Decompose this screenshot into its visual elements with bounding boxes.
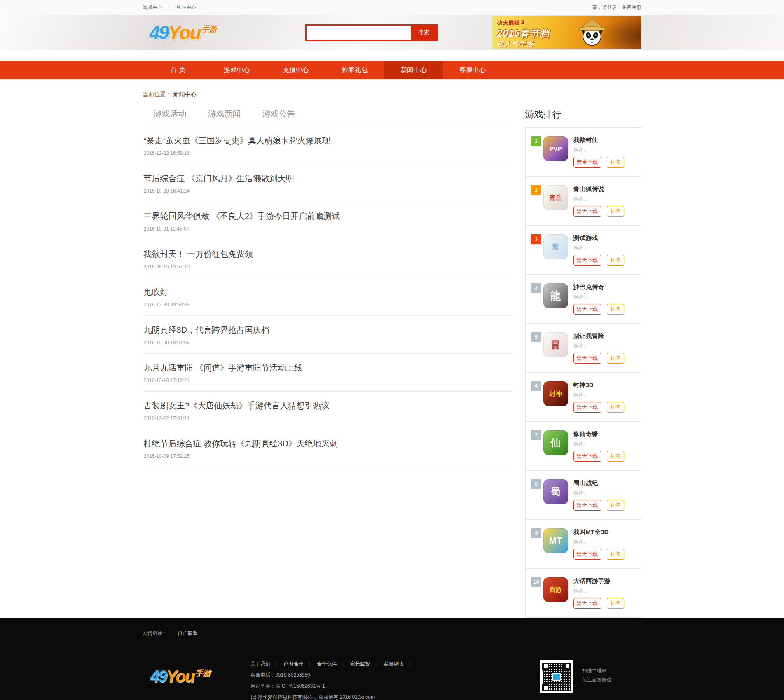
gift-button[interactable]: 礼包 (607, 206, 624, 217)
game-icon[interactable]: 封神 (543, 381, 568, 406)
gift-button[interactable]: 礼包 (607, 402, 624, 413)
game-icon[interactable]: PVP (543, 136, 568, 161)
news-title[interactable]: 九月九话重阳 《问道》手游重阳节活动上线 (144, 362, 512, 373)
game-icon[interactable]: 龍 (543, 283, 568, 308)
download-button[interactable]: 暂无下载 (573, 402, 601, 413)
news-title[interactable]: 杜绝节后综合症 教你玩转《九阴真经3D》天绝地灭刺 (144, 438, 512, 449)
divider: | (309, 661, 310, 667)
gift-button[interactable]: 礼包 (607, 304, 624, 315)
game-name[interactable]: 沙巴克传奇 (573, 283, 604, 290)
divider: | (276, 661, 277, 667)
gift-button[interactable]: 礼包 (607, 353, 624, 364)
nav-item-news-center[interactable]: 新闻中心 (384, 61, 443, 79)
news-title[interactable]: 古装剧女王?《大唐仙妖劫》手游代言人猜想引热议 (144, 400, 512, 411)
news-title[interactable]: 鬼吹灯 (144, 287, 512, 298)
game-name[interactable]: 封神3D (573, 381, 594, 388)
nav-item-service-center[interactable]: 客服中心 (443, 61, 502, 79)
topbar-link-gift-center[interactable]: 礼包中心 (176, 5, 196, 10)
gift-button[interactable]: 礼包 (607, 157, 624, 168)
news-title[interactable]: 九阴真经3D，代言跨界抢占国庆档 (144, 324, 512, 336)
rank-badge: 10 (531, 577, 541, 587)
news-column: 游戏活动 游戏新闻 游戏公告 “暴走”萤火虫《三国罗曼史》真人萌娘卡牌火爆展现 … (143, 108, 513, 467)
news-item: 九月九话重阳 《问道》手游重阳节活动上线 2016-10-10 17:12:21 (143, 354, 513, 392)
tab-game-activity[interactable]: 游戏活动 (154, 108, 187, 119)
news-title[interactable]: 节后综合症 《京门风月》生活懒散到天明 (144, 173, 512, 184)
tab-game-news[interactable]: 游戏新闻 (208, 108, 241, 119)
search-button[interactable]: 搜索 (411, 26, 437, 40)
game-icon[interactable]: 测 (543, 234, 568, 259)
news-date: 2016-10-09 17:52:25 (144, 453, 512, 459)
friend-links-row: 友情链接： 推广联盟 (143, 630, 641, 637)
logo-text-shouyou: 手游 (195, 669, 211, 677)
nav-item-game-center[interactable]: 游戏中心 (208, 61, 267, 79)
game-name[interactable]: 青山狐传说 (573, 185, 604, 192)
game-icon[interactable]: 蜀 (543, 479, 568, 504)
game-name[interactable]: 测试游戏 (573, 234, 598, 241)
footer-link-business[interactable]: 商务合作 (284, 661, 304, 667)
gift-button[interactable]: 礼包 (607, 255, 624, 266)
service-phone: 客服电话：0516-80258980 (251, 672, 415, 679)
game-icon[interactable]: 仙 (543, 430, 568, 455)
news-tabs: 游戏活动 游戏新闻 游戏公告 (143, 108, 513, 126)
news-item: 节后综合症 《京门风月》生活懒散到天明 2016-10-28 16:41:24 (143, 164, 513, 202)
friend-links-label: 友情链接： (143, 630, 168, 636)
game-name[interactable]: 我欲封仙 (573, 136, 598, 143)
game-icon[interactable]: 冒 (543, 332, 568, 357)
news-item: 杜绝节后综合症 教你玩转《九阴真经3D》天绝地灭刺 2016-10-09 17:… (143, 429, 513, 467)
news-title[interactable]: 我欲封天！ 一万份红包免费领 (144, 249, 512, 260)
footer-logo[interactable]: 49You手游 (150, 667, 238, 686)
download-button[interactable]: 暂无下载 (573, 353, 601, 364)
download-button[interactable]: 暂无下载 (573, 304, 601, 315)
friend-link-promotion[interactable]: 推广联盟 (178, 630, 198, 636)
nav-item-recharge-center[interactable]: 充值中心 (267, 61, 325, 79)
nav-item-exclusive-gifts[interactable]: 独家礼包 (325, 61, 384, 79)
news-date: 2016-12-22 16:59:16 (144, 150, 512, 156)
game-name[interactable]: 蜀山战纪 (573, 479, 598, 486)
recommend-label: 推荐： (573, 441, 624, 448)
game-name[interactable]: 修仙奇缘 (573, 430, 598, 437)
game-name[interactable]: 别让我冒险 (573, 332, 604, 339)
gift-button[interactable]: 礼包 (607, 598, 624, 609)
tab-game-notice[interactable]: 游戏公告 (262, 108, 295, 119)
site-logo[interactable]: 49You手游 (150, 21, 236, 44)
download-button[interactable]: 暂无下载 (573, 206, 601, 217)
news-date: 2016-08-15 13:57:10 (144, 264, 512, 270)
footer-link-partners[interactable]: 合作伙伴 (317, 661, 337, 667)
download-button[interactable]: 暂无下载 (573, 598, 601, 609)
qr-corner (564, 663, 571, 670)
download-button[interactable]: 暂无下载 (573, 255, 601, 266)
rank-badge: 4 (531, 283, 541, 293)
news-title[interactable]: 三界轮回风华俱敛 《不良人2》手游今日开启前瞻测试 (144, 211, 512, 222)
footer-link-about[interactable]: 关于我们 (251, 661, 271, 667)
game-icon[interactable]: 青丘 (543, 185, 568, 210)
ad-banner-kungfu-panda[interactable]: 功夫熊猫3 2016春节档 超人气手游 (492, 16, 641, 49)
login-link[interactable]: 亲，请登录 (592, 5, 617, 10)
logo-text-49: 49 (150, 22, 168, 43)
footer-link-parents[interactable]: 家长监督 (350, 661, 370, 667)
topbar: 游戏中心 | 礼包中心 亲，请登录 免费注册 (0, 0, 784, 15)
search-input[interactable] (307, 26, 411, 40)
game-name[interactable]: 我叫MT全3D (573, 528, 609, 535)
gift-button[interactable]: 礼包 (607, 451, 624, 462)
ranking-item: 7 仙 修仙奇缘 推荐： 暂无下载 礼包 (526, 422, 641, 471)
topbar-account: 亲，请登录 免费注册 (592, 4, 641, 11)
download-button[interactable]: 安卓下载 (573, 157, 601, 168)
rank-badge: 5 (531, 332, 541, 342)
gift-button[interactable]: 礼包 (607, 500, 624, 511)
news-title[interactable]: “暴走”萤火虫《三国罗曼史》真人萌娘卡牌火爆展现 (144, 135, 512, 146)
news-date: 2016-10-28 16:41:24 (144, 188, 512, 194)
nav-item-home[interactable]: 首 页 (149, 61, 208, 79)
download-button[interactable]: 暂无下载 (573, 451, 601, 462)
footer-link-support[interactable]: 客服帮助 (383, 661, 403, 667)
game-icon[interactable]: 西游 (543, 577, 568, 602)
panda-icon (577, 18, 607, 48)
download-button[interactable]: 暂无下载 (573, 500, 601, 511)
register-link[interactable]: 免费注册 (622, 5, 641, 10)
game-name[interactable]: 大话西游手游 (573, 577, 611, 584)
rank-badge: 8 (531, 479, 541, 489)
topbar-link-game-center[interactable]: 游戏中心 (143, 5, 163, 10)
rank-badge: 3 (531, 234, 541, 244)
game-icon[interactable]: MT (543, 528, 568, 553)
gift-button[interactable]: 礼包 (607, 549, 624, 560)
download-button[interactable]: 暂无下载 (573, 549, 601, 560)
